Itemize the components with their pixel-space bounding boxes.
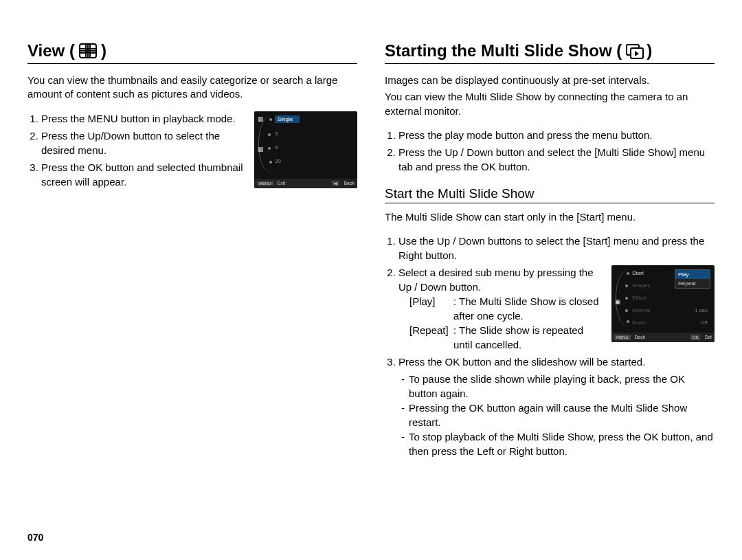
menu-start: Start — [632, 269, 644, 277]
slideshow-intro-steps: Press the play mode button and press the… — [385, 128, 715, 174]
view-heading-text: View ( — [27, 41, 75, 60]
play-icon: ▣ — [613, 298, 622, 305]
left-column: View ( ) You can view the thumbnails and… — [27, 41, 357, 546]
step3-notes: -To pause the slide shown while playing … — [398, 372, 715, 458]
start-steps: Use the Up / Down buttons to select the … — [385, 234, 715, 458]
submenu-play: Play — [675, 270, 710, 279]
slideshow-heading-text: Starting the Multi Slide Show ( — [385, 41, 622, 60]
grid-small-icon: ▦ — [256, 146, 265, 153]
view-step-1: Press the MENU button in playback mode. — [41, 111, 243, 126]
camera-footer-2: MENU Back OK Set — [611, 333, 715, 342]
view-step-2: Press the Up/Down button to select the d… — [41, 128, 243, 157]
footer2-ok-tag: OK — [690, 335, 701, 340]
menu-music: Music — [632, 319, 647, 326]
menu-item-single: Single — [275, 115, 300, 123]
footer2-back-label: Back — [635, 334, 646, 341]
footer-back-tag: ◀ — [332, 181, 339, 186]
value-interval: 1 sec — [695, 306, 708, 314]
sub-rule — [385, 203, 715, 203]
footer-exit-label: Exit — [278, 181, 286, 186]
page-number: 070 — [27, 532, 43, 543]
camera-screen-view: ▦ ▦ Single 3 9 20 MENU Exit ◀ Back — [254, 111, 357, 188]
step2-row: Select a desired sub menu by pressing th… — [398, 265, 715, 352]
repeat-def: : The Slide show is repeated until cance… — [453, 323, 600, 352]
start-step-2: Select a desired sub menu by pressing th… — [398, 265, 715, 352]
menu-effect: Effect — [632, 294, 646, 302]
thumb-icon: ▦ — [256, 115, 265, 122]
menu-item-3: 3 — [275, 131, 278, 137]
note-3: To stop playback of the Multi Slide Show… — [409, 429, 715, 458]
camera-screen-slideshow: ▣ Start Images Effect Interval Music 1 s… — [611, 265, 715, 342]
slideshow-intro-1: Images can be displayed continuously at … — [385, 74, 715, 87]
slideshow-intro-step-2: Press the Up / Down button and select th… — [398, 145, 715, 174]
slideshow-heading: Starting the Multi Slide Show ( ) — [385, 41, 715, 60]
value-music: Off — [700, 319, 708, 326]
start-intro: The Multi Slide Show can start only in t… — [385, 210, 715, 224]
play-def: : The Multi Slide Show is closed after o… — [453, 294, 600, 323]
footer2-menu-tag: MENU — [614, 335, 631, 340]
start-step-3: Press the OK button and the slideshow wi… — [398, 355, 715, 458]
submenu-repeat: Repeat — [675, 279, 710, 288]
view-heading: View ( ) — [27, 41, 357, 60]
view-steps-row: Press the MENU button in playback mode. … — [27, 111, 357, 192]
start-step-3-text: Press the OK button and the slideshow wi… — [398, 356, 645, 368]
note-1: To pause the slide shown while playing i… — [409, 372, 715, 401]
note-2: Pressing the OK button again will cause … — [409, 401, 715, 429]
start-step-2-text: Select a desired sub menu by pressing th… — [398, 267, 594, 293]
menu-interval: Interval — [632, 306, 650, 314]
menu-item-20: 20 — [275, 158, 281, 164]
footer-menu-tag: MENU — [257, 181, 273, 186]
heading-rule — [27, 63, 357, 64]
slideshow-heading-end: ) — [647, 41, 652, 60]
view-intro: You can view the thumbnails and easily c… — [27, 74, 357, 102]
camera-footer: MENU Exit ◀ Back — [254, 179, 357, 188]
slideshow-intro-step-1: Press the play mode button and press the… — [398, 128, 715, 142]
right-column: Starting the Multi Slide Show ( ) Images… — [385, 41, 715, 546]
view-steps: Press the MENU button in playback mode. … — [27, 111, 243, 192]
repeat-term: [Repeat] — [409, 323, 451, 352]
slideshow-intro-2: You can view the Multi Slide Show by con… — [385, 90, 715, 118]
start-step-1: Use the Up / Down buttons to select the … — [398, 234, 715, 262]
menu-images: Images — [632, 282, 650, 289]
slideshow-icon — [626, 44, 642, 58]
view-heading-end: ) — [101, 41, 106, 60]
submenu: Play Repeat — [675, 269, 710, 289]
grid-icon — [79, 43, 97, 58]
play-repeat-defs: [Play] : The Multi Slide Show is closed … — [409, 294, 600, 352]
heading-rule-right — [385, 63, 715, 64]
play-term: [Play] — [409, 294, 451, 323]
manual-page: View ( ) You can view the thumbnails and… — [0, 0, 742, 560]
start-subheading: Start the Multi Slide Show — [385, 186, 715, 201]
view-step-3: Press the OK button and selected thumbna… — [41, 160, 243, 189]
footer2-set-label: Set — [704, 334, 712, 341]
footer-back-label: Back — [344, 181, 355, 186]
menu-item-9: 9 — [275, 144, 278, 150]
